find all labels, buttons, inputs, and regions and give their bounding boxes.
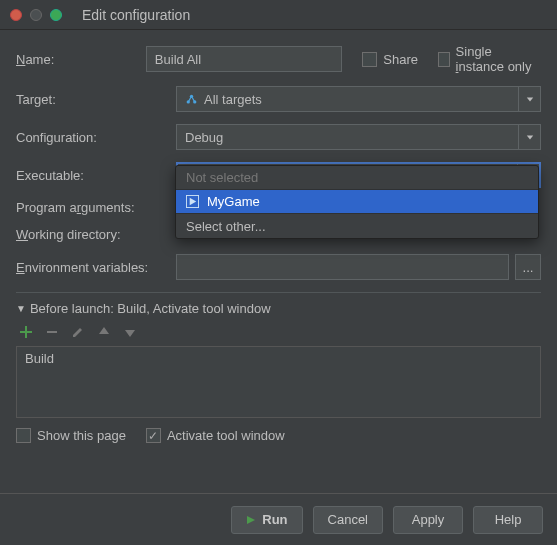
separator bbox=[16, 292, 541, 293]
edit-icon[interactable] bbox=[70, 324, 86, 340]
environment-variables-input[interactable] bbox=[176, 254, 509, 280]
executable-icon bbox=[186, 195, 199, 208]
svg-line-4 bbox=[192, 96, 195, 102]
dropdown-arrow-icon bbox=[518, 87, 540, 111]
show-this-page-label: Show this page bbox=[37, 428, 126, 443]
executable-option-mygame[interactable]: MyGame bbox=[176, 190, 538, 214]
configuration-value: Debug bbox=[185, 130, 223, 145]
share-checkbox[interactable]: Share bbox=[362, 52, 418, 67]
apply-button[interactable]: Apply bbox=[393, 506, 463, 534]
cancel-button[interactable]: Cancel bbox=[313, 506, 383, 534]
single-instance-label: Single instance only bbox=[456, 44, 541, 74]
svg-marker-17 bbox=[190, 198, 197, 205]
dropdown-arrow-icon bbox=[518, 125, 540, 149]
executable-option-not-selected[interactable]: Not selected bbox=[176, 166, 538, 190]
before-launch-list[interactable]: Build bbox=[16, 346, 541, 418]
name-label: Name: bbox=[16, 52, 146, 67]
configuration-label: Configuration: bbox=[16, 130, 176, 145]
window-maximize-button[interactable] bbox=[50, 9, 62, 21]
executable-label: Executable: bbox=[16, 168, 176, 183]
working-directory-label: Working directory: bbox=[16, 227, 176, 242]
svg-marker-18 bbox=[247, 516, 255, 524]
window-minimize-button[interactable] bbox=[30, 9, 42, 21]
all-targets-icon bbox=[185, 93, 198, 106]
configuration-dropdown[interactable]: Debug bbox=[176, 124, 541, 150]
target-label: Target: bbox=[16, 92, 176, 107]
environment-variables-browse-button[interactable]: ... bbox=[515, 254, 541, 280]
target-dropdown[interactable]: All targets bbox=[176, 86, 541, 112]
before-launch-toolbar bbox=[16, 322, 541, 346]
svg-marker-15 bbox=[125, 330, 135, 337]
executable-dropdown-menu: Not selected MyGame Select other... bbox=[175, 165, 539, 239]
help-button[interactable]: Help bbox=[473, 506, 543, 534]
add-icon[interactable] bbox=[18, 324, 34, 340]
program-arguments-label: Program arguments: bbox=[16, 200, 176, 215]
move-up-icon[interactable] bbox=[96, 324, 112, 340]
svg-marker-14 bbox=[99, 327, 109, 334]
name-input[interactable] bbox=[146, 46, 342, 72]
svg-marker-5 bbox=[526, 97, 532, 101]
share-label: Share bbox=[383, 52, 418, 67]
executable-option-select-other[interactable]: Select other... bbox=[176, 214, 538, 238]
activate-tool-window-checkbox[interactable]: Activate tool window bbox=[146, 428, 285, 443]
activate-tool-window-label: Activate tool window bbox=[167, 428, 285, 443]
svg-marker-6 bbox=[526, 135, 532, 139]
move-down-icon[interactable] bbox=[122, 324, 138, 340]
environment-variables-label: Environment variables: bbox=[16, 260, 176, 275]
play-icon bbox=[246, 515, 256, 525]
titlebar: Edit configuration bbox=[0, 0, 557, 30]
svg-line-3 bbox=[188, 96, 191, 102]
window-close-button[interactable] bbox=[10, 9, 22, 21]
target-value: All targets bbox=[204, 92, 262, 107]
single-instance-checkbox[interactable]: Single instance only bbox=[438, 44, 541, 74]
window-title: Edit configuration bbox=[82, 7, 190, 23]
list-item[interactable]: Build bbox=[25, 351, 532, 366]
run-button[interactable]: Run bbox=[231, 506, 302, 534]
show-this-page-checkbox[interactable]: Show this page bbox=[16, 428, 126, 443]
dialog-footer: Run Cancel Apply Help bbox=[0, 493, 557, 545]
collapse-triangle-icon: ▼ bbox=[16, 303, 26, 314]
remove-icon[interactable] bbox=[44, 324, 60, 340]
before-launch-header[interactable]: ▼ Before launch: Build, Activate tool wi… bbox=[16, 301, 541, 316]
svg-marker-13 bbox=[73, 328, 82, 337]
